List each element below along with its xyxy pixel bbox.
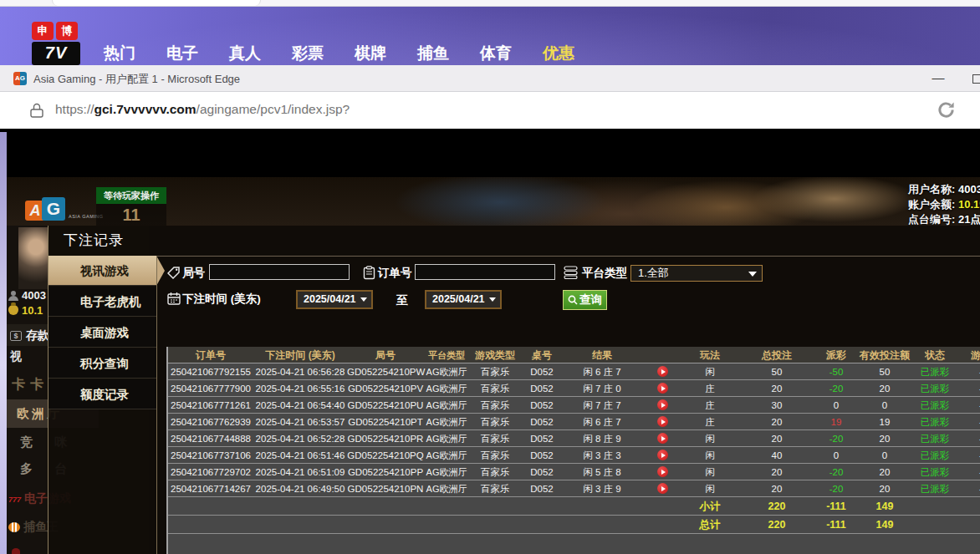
browser-title-bar: AG Asia Gaming - 用户配置 1 - Microsoft Edge… xyxy=(0,65,980,92)
deposit-icon: $ xyxy=(10,331,22,341)
cell-bet: 20 xyxy=(737,380,817,397)
cell-time: 2025-04-21 06:51:09 xyxy=(253,464,347,480)
cell-table: D052 xyxy=(521,380,563,397)
platform-select-value: 1.全部 xyxy=(638,267,669,279)
modal-sidebar-item[interactable]: 积分查询 xyxy=(48,348,156,379)
play-video-button[interactable] xyxy=(657,466,668,477)
cell-result: 闲 6 庄 7 xyxy=(563,363,641,380)
cell-status: 已派彩 xyxy=(914,464,956,480)
refresh-icon[interactable] xyxy=(937,100,956,123)
cell-game: 百家乐 xyxy=(469,363,521,380)
empty-cell xyxy=(563,516,641,534)
cell-game: 百家乐 xyxy=(469,480,521,497)
bet-records-modal: 下注记录 视讯游戏 电子老虎机 桌面游戏 积分查询 额度记录 局号 订单号 xyxy=(48,226,980,554)
live-game-strip: A G ASIA GAMING 等待玩家操作 11 用户名称: 4003 账户余… xyxy=(7,177,980,226)
nav-item-7[interactable]: 体育 xyxy=(467,43,524,64)
chevron-down-icon xyxy=(748,272,757,277)
sidebar-item-label: 视讯游戏 xyxy=(80,256,129,286)
empty-cell xyxy=(521,516,563,534)
table-number-value: 21点 xyxy=(958,213,980,226)
cell-video-play xyxy=(641,380,683,397)
site-logo[interactable]: 申 博 7V com xyxy=(32,22,80,70)
nav-item-5[interactable]: 棋牌 xyxy=(342,43,399,64)
lobby-hall-kaka[interactable]: 卡卡 xyxy=(12,376,48,394)
cell-round: GD052254210PN xyxy=(347,480,424,497)
play-video-button[interactable] xyxy=(657,433,668,444)
cell-video: - xyxy=(956,380,980,397)
nav-item-label: 彩票 xyxy=(292,44,324,62)
user-icon xyxy=(8,291,18,301)
cell-table: D052 xyxy=(521,464,563,480)
table-row: 2504210677371062025-04-21 06:51:46GD0522… xyxy=(168,447,980,464)
modal-sidebar-item[interactable]: 额度记录 xyxy=(48,379,156,409)
play-video-button[interactable] xyxy=(657,450,668,460)
cell-round: GD052254210PQ xyxy=(347,447,424,464)
play-video-button[interactable] xyxy=(657,399,668,410)
column-header: 订单号 xyxy=(168,347,253,363)
modal-sidebar-item[interactable]: 电子老虎机 xyxy=(48,287,156,317)
date-from-select[interactable]: 2025/04/21 xyxy=(296,290,373,309)
search-button[interactable]: 查询 xyxy=(563,290,607,310)
cell-bet: 20 xyxy=(737,480,817,497)
nav-item-8[interactable]: 优惠 xyxy=(530,43,587,64)
minimize-button[interactable]: — xyxy=(925,69,952,89)
column-header: 平台类型 xyxy=(424,347,469,363)
play-video-button[interactable] xyxy=(657,366,668,377)
nav-item-4[interactable]: 彩票 xyxy=(279,43,336,64)
cell-result: 闲 6 庄 7 xyxy=(563,414,641,430)
lobby-video-tab[interactable]: 视 xyxy=(10,349,22,367)
modal-content: 局号 订单号 平台类型 1.全部 下注时间 (美东) 2025/04/21 至 … xyxy=(157,256,980,554)
ag-logo-g: G xyxy=(42,197,65,221)
table-row: 2504210677142672025-04-21 06:49:50GD0522… xyxy=(168,480,980,497)
cell-time: 2025-04-21 06:52:28 xyxy=(253,430,347,447)
nav-item-1[interactable]: 热门 xyxy=(91,43,148,64)
platform-select[interactable]: 1.全部 xyxy=(630,265,763,282)
empty-cell xyxy=(521,497,563,516)
cell-video-play xyxy=(641,363,683,380)
nav-item-2[interactable]: 电子 xyxy=(154,43,211,64)
cell-round: GD052254210PW xyxy=(347,363,424,380)
order-input[interactable] xyxy=(415,264,555,280)
cell-payout: -50 xyxy=(817,363,855,380)
chevron-down-icon xyxy=(360,297,367,302)
cell-result: 闲 7 庄 7 xyxy=(563,397,641,414)
cell-result: 闲 7 庄 0 xyxy=(563,380,641,397)
sidebar-item-label: 桌面游戏 xyxy=(80,318,129,348)
table-row: 2504210677448882025-04-21 06:52:28GD0522… xyxy=(168,430,980,447)
date-to-select[interactable]: 2025/04/21 xyxy=(425,290,502,309)
user-name-label: 用户名称: xyxy=(908,183,955,196)
outer-window-edge xyxy=(0,0,980,7)
cell-round: GD052254210PT xyxy=(347,414,424,430)
site-nav: 申 博 7V com 热门电子真人彩票棋牌捕鱼体育优惠 xyxy=(0,7,980,65)
play-video-button[interactable] xyxy=(657,416,668,427)
empty-cell xyxy=(914,497,956,516)
modal-sidebar-item[interactable]: 桌面游戏 xyxy=(48,318,156,348)
summary-cell: 149 xyxy=(855,516,914,534)
cell-game: 百家乐 xyxy=(469,447,521,464)
cell-order: 250421067771261 xyxy=(168,397,253,414)
nav-item-3[interactable]: 真人 xyxy=(217,43,273,64)
url-domain: gci.7vvvvvv.com xyxy=(94,102,197,116)
modal-sidebar-item[interactable]: 视讯游戏 xyxy=(48,256,156,286)
cell-payout: -20 xyxy=(817,480,855,497)
to-label: 至 xyxy=(396,293,408,308)
cell-valid: 0 xyxy=(855,447,914,464)
cell-order: 250421067714267 xyxy=(168,480,253,497)
cell-round: GD052254210PR xyxy=(347,430,424,447)
cell-video-play xyxy=(641,397,683,414)
cell-bet: 20 xyxy=(737,430,817,447)
maximize-button[interactable] xyxy=(972,74,980,84)
play-video-button[interactable] xyxy=(657,383,668,394)
play-video-button[interactable] xyxy=(657,483,668,494)
cell-platform: AG欧洲厅 xyxy=(424,447,469,464)
address-bar[interactable]: https://gci.7vvvvvv.com/agingame/pcv1/in… xyxy=(0,92,980,129)
money-bag-icon xyxy=(8,305,18,315)
cell-play: 闲 xyxy=(683,363,737,380)
round-input[interactable] xyxy=(209,264,350,280)
cell-valid: 0 xyxy=(855,397,914,414)
nav-item-6[interactable]: 捕鱼 xyxy=(405,43,462,64)
url-text[interactable]: https://gci.7vvvvvv.com/agingame/pcv1/in… xyxy=(55,102,350,117)
cell-valid: 50 xyxy=(855,363,914,380)
column-header: 游戏 xyxy=(956,347,980,363)
deposit-label: 存款 xyxy=(26,328,49,342)
